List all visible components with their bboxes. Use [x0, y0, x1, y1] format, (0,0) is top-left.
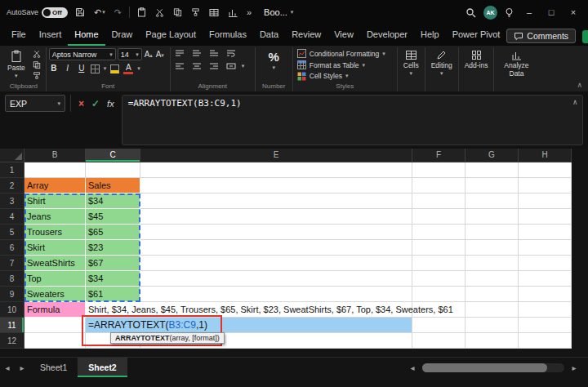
cell[interactable]: [412, 333, 466, 349]
cell[interactable]: [412, 256, 466, 271]
cell[interactable]: [24, 318, 86, 333]
format-as-table-button[interactable]: Format as Table ▾: [296, 60, 394, 71]
horizontal-scrollbar[interactable]: ◂ ▸: [399, 358, 588, 377]
cell[interactable]: [519, 209, 572, 225]
enter-button[interactable]: ✓: [91, 98, 100, 109]
font-color-button[interactable]: A: [123, 63, 133, 74]
align-middle-button[interactable]: [190, 48, 203, 58]
decrease-font-button[interactable]: A▾: [155, 49, 165, 60]
cell[interactable]: [466, 256, 519, 271]
cell[interactable]: [412, 271, 466, 287]
cell[interactable]: [519, 318, 572, 333]
column-header-h[interactable]: H: [519, 149, 572, 162]
sheet-nav-left-icon[interactable]: ◂: [0, 358, 15, 377]
percent-style-button[interactable]: % ▾: [265, 48, 283, 73]
cell[interactable]: [140, 194, 412, 209]
cell[interactable]: [412, 225, 466, 240]
cell-edit-formula[interactable]: =ARRAYTOTEXT(B3:C9,1): [86, 318, 412, 333]
document-title[interactable]: Boo... ▾: [259, 7, 298, 17]
cell[interactable]: [140, 287, 412, 302]
tab-data[interactable]: Data: [253, 25, 285, 46]
cell[interactable]: [519, 256, 572, 271]
row-header-3[interactable]: 3: [0, 194, 24, 209]
close-button[interactable]: ×: [565, 7, 581, 17]
minimize-button[interactable]: –: [521, 7, 537, 17]
save-button[interactable]: [74, 6, 87, 19]
align-center-button[interactable]: [190, 61, 203, 71]
cell-formula-label[interactable]: Formula: [24, 302, 86, 318]
cell[interactable]: [466, 333, 519, 349]
cell-sales-header[interactable]: Sales: [86, 178, 140, 194]
column-header-f[interactable]: F: [412, 149, 466, 162]
add-ins-button[interactable]: Add-ins: [461, 48, 492, 71]
column-header-e[interactable]: E: [140, 149, 412, 162]
autosave-switch[interactable]: Off: [42, 7, 68, 18]
cell[interactable]: [466, 318, 519, 333]
cell[interactable]: [466, 194, 519, 209]
undo-button[interactable]: ↶▾: [92, 6, 107, 20]
autosave-toggle[interactable]: AutoSave Off: [7, 7, 68, 18]
maximize-button[interactable]: □: [543, 7, 559, 17]
cell-item-name[interactable]: Skirt: [24, 240, 86, 256]
fill-color-button[interactable]: [110, 64, 119, 73]
ideas-button[interactable]: [503, 6, 515, 20]
editing-button[interactable]: Editing ▾: [428, 48, 456, 78]
sheet-nav-right-icon[interactable]: ▸: [15, 358, 29, 377]
row-header-8[interactable]: 8: [0, 271, 24, 287]
more-commands-button[interactable]: »: [245, 6, 253, 19]
cell[interactable]: [86, 162, 140, 178]
cell-item-value[interactable]: $34: [86, 194, 140, 209]
cell-item-name[interactable]: Jeans: [24, 209, 86, 225]
tab-home[interactable]: Home: [68, 25, 105, 46]
column-header-g[interactable]: G: [466, 149, 519, 162]
cell[interactable]: [412, 287, 466, 302]
align-top-button[interactable]: [173, 48, 186, 58]
cut-quick-button[interactable]: [154, 7, 166, 19]
row-header-10[interactable]: 10: [0, 302, 24, 318]
cell-item-name[interactable]: Top: [24, 271, 86, 287]
wrap-text-button[interactable]: [225, 48, 238, 58]
cell-item-value[interactable]: $23: [86, 240, 140, 256]
column-header-b[interactable]: B: [24, 149, 86, 162]
cell[interactable]: [519, 240, 572, 256]
cell[interactable]: [140, 162, 412, 178]
cell[interactable]: [412, 194, 466, 209]
cell-item-value[interactable]: $65: [86, 225, 140, 240]
cell[interactable]: [519, 302, 572, 318]
cell[interactable]: [140, 240, 412, 256]
search-button[interactable]: [464, 6, 478, 20]
bold-button[interactable]: B: [49, 63, 59, 74]
cell[interactable]: [519, 225, 572, 240]
tab-file[interactable]: File: [5, 25, 33, 46]
cut-button[interactable]: [30, 49, 43, 59]
avatar[interactable]: AK: [483, 6, 497, 20]
cancel-button[interactable]: ×: [78, 98, 84, 109]
tab-insert[interactable]: Insert: [33, 25, 69, 46]
cell-array-header[interactable]: Array: [24, 178, 86, 194]
copy-quick-button[interactable]: [172, 6, 184, 19]
select-all-corner[interactable]: [0, 149, 24, 162]
table-quick-button[interactable]: [207, 7, 220, 19]
row-header-2[interactable]: 2: [0, 178, 24, 194]
row-header-1[interactable]: 1: [0, 162, 24, 178]
cell[interactable]: [466, 302, 519, 318]
cell[interactable]: [140, 225, 412, 240]
sheet-tab-sheet2[interactable]: Sheet2: [78, 358, 127, 377]
redo-button[interactable]: ↷: [113, 6, 123, 20]
cell[interactable]: [466, 209, 519, 225]
cell[interactable]: [466, 287, 519, 302]
cell[interactable]: [519, 271, 572, 287]
italic-button[interactable]: I: [63, 63, 73, 74]
align-bottom-button[interactable]: [207, 48, 220, 58]
cell[interactable]: [140, 178, 412, 194]
collapse-formula-bar-icon[interactable]: ∧: [573, 98, 577, 106]
share-button[interactable]: Share ▾: [582, 30, 588, 43]
format-painter-quick-button[interactable]: [189, 6, 202, 19]
cell[interactable]: [412, 209, 466, 225]
tab-review[interactable]: Review: [285, 25, 327, 46]
cell-item-value[interactable]: $34: [86, 271, 140, 287]
row-header-12[interactable]: 12: [0, 333, 24, 349]
cells-button[interactable]: Cells ▾: [400, 48, 422, 78]
align-right-button[interactable]: [207, 61, 220, 71]
row-header-5[interactable]: 5: [0, 225, 24, 240]
